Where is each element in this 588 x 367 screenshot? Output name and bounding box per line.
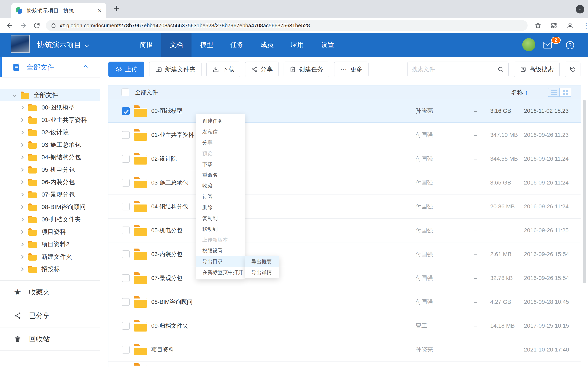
url-text[interactable]: xz.glodon.com/document/278b7967ebba4708a… xyxy=(60,22,310,29)
context-menu-item[interactable]: 权限设置 xyxy=(196,245,245,256)
browser-tab[interactable]: 协筑演示项目 - 协筑 × xyxy=(11,3,106,18)
context-submenu-item[interactable]: 导出详情 xyxy=(245,267,279,278)
chevron-right-icon[interactable] xyxy=(20,180,24,184)
chevron-right-icon[interactable] xyxy=(20,230,24,234)
tree-item[interactable]: 06-内装分包 xyxy=(0,176,100,188)
file-name[interactable]: 00-图纸模型 xyxy=(151,99,182,123)
tree-item[interactable]: 02-设计院 xyxy=(0,126,100,139)
row-checkbox[interactable] xyxy=(122,250,130,258)
messages-icon[interactable] xyxy=(543,42,552,49)
context-menu-item[interactable]: 下载 xyxy=(196,159,245,170)
row-checkbox[interactable] xyxy=(122,346,130,354)
grid-view-button[interactable] xyxy=(559,88,571,96)
chevron-right-icon[interactable] xyxy=(20,168,24,171)
file-name[interactable]: 02-设计院 xyxy=(151,147,177,171)
vertical-scrollbar[interactable] xyxy=(583,100,586,284)
context-menu-item[interactable]: 移动到 xyxy=(196,224,245,234)
nav-tab[interactable]: 应用 xyxy=(282,33,312,57)
table-row[interactable]: 03-施工总承包 付国强 – 3.65 GB 2016-09-26 11:24 xyxy=(108,171,581,195)
project-thumbnail[interactable] xyxy=(11,35,30,53)
row-checkbox[interactable] xyxy=(122,274,130,282)
create-task-button[interactable]: 创建任务 xyxy=(284,62,329,77)
table-row[interactable]: 项目资料 孙晓亮 – – 2021-10-20 17:40 xyxy=(108,338,581,362)
table-row[interactable]: 01-业主共享资料 付国强 – 347.10 MB 2016-09-26 11:… xyxy=(108,123,581,147)
context-menu-item[interactable]: 收藏 xyxy=(196,180,245,191)
new-folder-button[interactable]: 新建文件夹 xyxy=(149,62,201,77)
context-menu-item[interactable]: 复制到 xyxy=(196,213,245,224)
table-row[interactable]: 06-内装分包 付国强 – 2.61 MB 2016-09-26 15:54 xyxy=(108,242,581,266)
file-name[interactable]: 03-施工总承包 xyxy=(151,171,188,194)
sort-control[interactable]: 名称 ↑ xyxy=(511,89,528,96)
nav-tab[interactable]: 设置 xyxy=(312,33,343,57)
help-icon[interactable]: ? xyxy=(566,41,574,49)
forward-icon[interactable] xyxy=(20,22,27,29)
table-row[interactable]: 08-BIM咨询顾问 付国强 – 4.27 GB 2016-09-28 10:4… xyxy=(108,290,581,314)
search-box[interactable] xyxy=(407,62,509,77)
file-name[interactable]: 05-机电分包 xyxy=(151,218,182,242)
file-name[interactable]: 07-景观分包 xyxy=(151,266,182,290)
chevron-right-icon[interactable] xyxy=(20,143,24,147)
context-menu-item[interactable]: 分享 xyxy=(196,137,245,148)
nav-tab[interactable]: 模型 xyxy=(191,33,222,57)
tree-item-root[interactable]: 全部文件 xyxy=(0,89,100,101)
download-button[interactable]: 下载 xyxy=(207,62,240,77)
nav-tab[interactable]: 文档 xyxy=(161,33,191,57)
table-row-partial[interactable] xyxy=(108,362,581,367)
tree-item[interactable]: 项目资料2 xyxy=(0,238,100,250)
file-name[interactable]: 04-钢结构分包 xyxy=(151,195,188,218)
file-name[interactable]: 06-内装分包 xyxy=(151,242,182,266)
tree-item[interactable]: 招投标 xyxy=(0,263,100,275)
sidebar-item-shared[interactable]: 已分享 xyxy=(0,304,100,327)
file-name[interactable]: 项目资料 xyxy=(151,338,174,361)
user-avatar[interactable] xyxy=(522,38,535,51)
context-menu-item[interactable]: 预览 xyxy=(196,148,245,159)
chevron-right-icon[interactable] xyxy=(20,217,24,221)
chevron-right-icon[interactable] xyxy=(20,106,24,109)
nav-tab[interactable]: 成员 xyxy=(252,33,282,57)
sidebar-item-recycle-bin[interactable]: 回收站 xyxy=(0,327,100,351)
nav-tab[interactable]: 简报 xyxy=(131,33,161,57)
chevron-right-icon[interactable] xyxy=(20,255,24,259)
row-checkbox[interactable] xyxy=(122,179,130,187)
chevron-right-icon[interactable] xyxy=(20,242,24,246)
context-menu-item[interactable]: 在新标签页中打开 xyxy=(196,267,245,278)
chevron-up-icon[interactable] xyxy=(84,65,88,69)
tree-item[interactable]: 08-BIM咨询顾问 xyxy=(0,201,100,213)
tab-search-button[interactable] xyxy=(576,5,584,13)
sidebar-all-files-header[interactable]: 全部文件 xyxy=(0,57,100,77)
tab-close-icon[interactable]: × xyxy=(98,7,102,14)
context-menu-item[interactable]: 创建任务 xyxy=(196,116,245,126)
nav-tab[interactable]: 任务 xyxy=(222,33,252,57)
row-checkbox[interactable] xyxy=(122,203,130,210)
context-menu-item[interactable]: 导出目录 xyxy=(196,256,245,267)
tree-item[interactable]: 项目资料 xyxy=(0,226,100,238)
reload-icon[interactable] xyxy=(33,22,40,29)
tree-item[interactable]: 01-业主共享资料 xyxy=(0,114,100,126)
table-row[interactable]: 09-归档文件夹 曹工 – 14.18 MB 2017-09-25 10:15 xyxy=(108,314,581,338)
context-submenu-item[interactable]: 导出概要 xyxy=(245,256,279,267)
row-checkbox[interactable] xyxy=(122,131,130,139)
back-icon[interactable] xyxy=(6,22,13,29)
row-checkbox[interactable] xyxy=(122,155,130,163)
upload-button[interactable]: 上传 xyxy=(108,62,144,77)
more-button[interactable]: ⋯ 更多 xyxy=(334,62,369,77)
search-icon[interactable] xyxy=(497,66,504,73)
address-bar[interactable]: xz.glodon.com/document/278b7967ebba4708a… xyxy=(46,20,527,31)
context-menu-item[interactable]: 上传新版本 xyxy=(196,234,245,245)
search-input[interactable] xyxy=(412,66,497,73)
table-row[interactable]: 00-图纸模型 孙晓亮 – 3.16 GB 2016-11-02 18:23 xyxy=(108,99,581,123)
extensions-icon[interactable] xyxy=(550,22,557,29)
context-menu-item[interactable]: 删除 xyxy=(196,202,245,213)
share-button[interactable]: 分享 xyxy=(245,62,279,77)
tree-item[interactable]: 04-钢结构分包 xyxy=(0,151,100,164)
profile-icon[interactable] xyxy=(566,22,574,29)
file-name[interactable]: 08-BIM咨询顾问 xyxy=(151,290,192,314)
list-view-button[interactable] xyxy=(548,88,559,96)
file-name[interactable]: 09-归档文件夹 xyxy=(151,314,188,338)
context-menu-item[interactable]: 发私信 xyxy=(196,126,245,137)
new-tab-button[interactable]: + xyxy=(113,2,119,14)
select-all-checkbox[interactable] xyxy=(121,89,129,96)
table-row[interactable]: 02-设计院 付国强 – 344.55 MB 2016-09-26 11:24 xyxy=(108,147,581,171)
chevron-right-icon[interactable] xyxy=(20,155,24,159)
context-menu-item[interactable]: 重命名 xyxy=(196,170,245,180)
